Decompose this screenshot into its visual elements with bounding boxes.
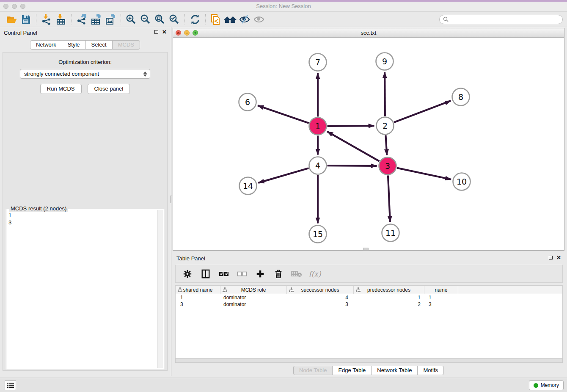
svg-text:8: 8 bbox=[458, 92, 463, 102]
criterion-select[interactable]: strongly connected component bbox=[20, 69, 150, 79]
graph-node-4[interactable]: 4 bbox=[309, 157, 327, 174]
delete-table-icon[interactable] bbox=[291, 268, 303, 280]
network-graph[interactable]: 7968124314101511 bbox=[173, 38, 564, 251]
tab-select[interactable]: Select bbox=[85, 40, 113, 50]
tab-motifs[interactable]: Motifs bbox=[417, 366, 444, 375]
result-scrollbar[interactable] bbox=[157, 210, 163, 368]
export-image-icon[interactable] bbox=[103, 13, 118, 26]
column-header-MCDS-role[interactable]: MCDS role bbox=[220, 286, 287, 294]
table-body: 1dominator4113dominator323 bbox=[176, 294, 562, 308]
graph-edge-3-1[interactable] bbox=[327, 132, 379, 161]
column-type-icon bbox=[178, 287, 182, 292]
tab-network-table[interactable]: Network Table bbox=[371, 366, 418, 375]
export-table-icon[interactable] bbox=[89, 13, 103, 26]
table-cell[interactable]: 3 bbox=[176, 301, 220, 307]
float-panel-icon[interactable] bbox=[154, 30, 158, 34]
graph-node-7[interactable]: 7 bbox=[309, 54, 327, 71]
column-header-shared-name[interactable]: shared name bbox=[176, 286, 220, 294]
table-settings-gear-icon[interactable] bbox=[182, 268, 193, 280]
graph-node-6[interactable]: 6 bbox=[239, 94, 256, 111]
graph-edge-2-9[interactable] bbox=[385, 72, 385, 116]
export-network-icon[interactable] bbox=[74, 13, 89, 26]
add-column-icon[interactable] bbox=[254, 268, 266, 280]
search-input[interactable] bbox=[451, 17, 559, 22]
show-all-eye-icon[interactable] bbox=[252, 13, 266, 26]
graph-node-10[interactable]: 10 bbox=[453, 173, 471, 190]
table-cell[interactable]: 1 bbox=[176, 295, 220, 301]
graph-node-8[interactable]: 8 bbox=[452, 88, 470, 106]
save-session-icon[interactable] bbox=[19, 13, 33, 26]
toolbar-separator bbox=[121, 14, 121, 25]
close-panel-button[interactable]: Close panel bbox=[88, 84, 130, 94]
column-header-successor-nodes[interactable]: successor nodes bbox=[287, 286, 354, 294]
graph-node-14[interactable]: 14 bbox=[239, 177, 257, 195]
select-all-columns-icon[interactable] bbox=[218, 268, 230, 280]
tab-edge-table[interactable]: Edge Table bbox=[332, 366, 372, 375]
graph-edge-1-6[interactable] bbox=[258, 105, 309, 123]
tab-style[interactable]: Style bbox=[62, 40, 86, 50]
table-cell[interactable]: 1 bbox=[354, 295, 424, 301]
table-cell[interactable]: 3 bbox=[287, 301, 354, 307]
graph-edge-2-8[interactable] bbox=[394, 101, 451, 122]
run-mcds-button[interactable]: Run MCDS bbox=[40, 84, 82, 94]
refresh-layout-icon[interactable] bbox=[188, 13, 202, 26]
tab-node-table[interactable]: Node Table bbox=[293, 366, 333, 375]
table-cell[interactable]: dominator bbox=[220, 301, 287, 307]
memory-button[interactable]: Memory bbox=[529, 380, 564, 390]
tab-mcds[interactable]: MCDS bbox=[112, 40, 140, 50]
table-row[interactable]: 3dominator323 bbox=[176, 301, 562, 308]
column-header-name[interactable]: name bbox=[424, 286, 458, 294]
import-table-icon[interactable] bbox=[54, 13, 68, 26]
canvas-scroll-grip[interactable] bbox=[363, 248, 369, 250]
zoom-fit-icon[interactable] bbox=[153, 13, 167, 26]
unselect-all-columns-icon[interactable] bbox=[236, 268, 248, 280]
control-panel: Control Panel ✕ NetworkStyleSelectMCDS O… bbox=[0, 27, 170, 372]
table-hscrollbar[interactable] bbox=[175, 358, 563, 363]
mcds-result-text[interactable]: 1 3 bbox=[8, 212, 157, 367]
close-table-panel-icon[interactable]: ✕ bbox=[556, 255, 561, 260]
graph-node-3[interactable]: 3 bbox=[379, 157, 396, 175]
control-panel-title: Control Panel bbox=[4, 30, 37, 36]
graph-node-9[interactable]: 9 bbox=[376, 53, 394, 70]
split-columns-icon[interactable] bbox=[200, 268, 212, 280]
graph-node-15[interactable]: 15 bbox=[309, 226, 327, 243]
float-table-panel-icon[interactable] bbox=[549, 256, 553, 259]
network-canvas[interactable]: 7968124314101511 bbox=[173, 38, 564, 250]
graph-node-2[interactable]: 2 bbox=[377, 117, 394, 135]
delete-column-icon[interactable] bbox=[272, 268, 284, 280]
graph-edge-1-2[interactable] bbox=[327, 126, 374, 126]
panel-divider[interactable] bbox=[170, 27, 172, 376]
clone-network-icon[interactable] bbox=[209, 13, 223, 26]
app-title: Session: New Session bbox=[0, 3, 567, 9]
column-header-predecessor-nodes[interactable]: predecessor nodes bbox=[354, 286, 424, 294]
divider-grip[interactable] bbox=[170, 196, 172, 203]
graph-edge-3-11[interactable] bbox=[388, 175, 390, 222]
hide-selected-eye-icon[interactable] bbox=[237, 13, 252, 26]
close-panel-icon[interactable]: ✕ bbox=[162, 30, 167, 34]
search-box[interactable] bbox=[439, 15, 563, 24]
network-window-titlebar[interactable]: ✕ − + scc.txt bbox=[173, 28, 564, 38]
table-cell[interactable]: dominator bbox=[220, 295, 287, 301]
graph-edge-4-3[interactable] bbox=[327, 166, 377, 166]
zoom-in-icon[interactable] bbox=[124, 13, 138, 26]
memory-label: Memory bbox=[541, 382, 559, 388]
task-history-button[interactable] bbox=[5, 380, 16, 390]
zoom-out-icon[interactable] bbox=[138, 13, 153, 26]
table-cell[interactable]: 4 bbox=[287, 295, 354, 301]
table-cell[interactable]: 1 bbox=[424, 295, 458, 301]
graph-node-1[interactable]: 1 bbox=[309, 118, 327, 135]
zoom-selected-icon[interactable] bbox=[167, 13, 182, 26]
open-session-icon[interactable] bbox=[4, 13, 19, 26]
table-row[interactable]: 1dominator411 bbox=[176, 294, 562, 301]
control-panel-header: Control Panel ✕ bbox=[0, 27, 170, 38]
tab-network[interactable]: Network bbox=[30, 40, 62, 50]
graph-node-11[interactable]: 11 bbox=[382, 224, 399, 242]
graph-edge-3-10[interactable] bbox=[397, 168, 451, 179]
graph-edge-4-14[interactable] bbox=[258, 168, 308, 183]
table-cell[interactable]: 3 bbox=[424, 301, 458, 307]
graph-edge-2-3[interactable] bbox=[385, 135, 387, 155]
import-network-icon[interactable] bbox=[39, 13, 54, 26]
table-cell[interactable]: 2 bbox=[354, 301, 424, 307]
home-icon[interactable] bbox=[223, 13, 237, 26]
node-table[interactable]: shared nameMCDS rolesuccessor nodesprede… bbox=[175, 285, 563, 358]
